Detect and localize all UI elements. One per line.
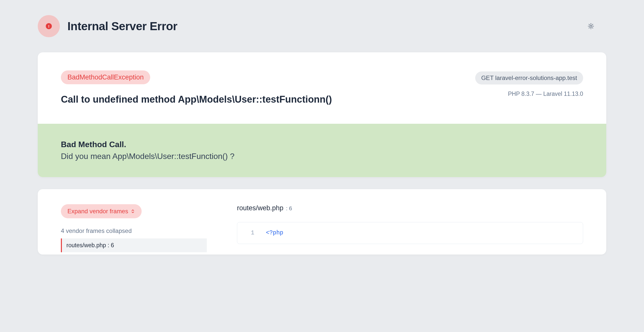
page-header: ! Internal Server Error (28, 15, 616, 52)
request-info: GET laravel-error-solutions-app.test PHP… (475, 70, 583, 97)
request-badge: GET laravel-error-solutions-app.test (475, 71, 583, 85)
exception-details: BadMethodCallException Call to undefined… (61, 70, 460, 106)
svg-line-7 (589, 28, 589, 28)
version-info: PHP 8.3.7 — Laravel 11.13.0 (475, 91, 583, 97)
code-line: 1 <?php (237, 227, 583, 239)
file-path: routes/web.php (237, 204, 284, 212)
theme-toggle-button[interactable] (586, 21, 596, 31)
file-header: routes/web.php : 6 (237, 204, 583, 212)
code-block: 1 <?php (237, 222, 583, 244)
file-line: : 6 (286, 205, 292, 212)
svg-line-4 (592, 28, 593, 28)
collapsed-frames-label: 4 vendor frames collapsed (61, 227, 207, 234)
code-viewer: routes/web.php : 6 1 <?php (237, 204, 583, 255)
exception-message: Call to undefined method App\Models\User… (61, 93, 460, 106)
expand-button-label: Expand vendor frames (67, 208, 128, 215)
code-text: <?php (266, 228, 283, 238)
exclamation-icon: ! (46, 23, 52, 29)
suggestion-text: Did you mean App\Models\User::testFuncti… (61, 152, 583, 161)
svg-line-3 (589, 24, 589, 25)
exception-name-badge: BadMethodCallException (61, 70, 150, 84)
line-number: 1 (244, 228, 254, 238)
svg-point-0 (590, 25, 592, 27)
error-icon: ! (38, 15, 60, 37)
header-left: ! Internal Server Error (38, 15, 177, 37)
stack-frames-list: Expand vendor frames 4 vendor frames col… (61, 204, 207, 255)
exception-summary: BadMethodCallException Call to undefined… (38, 52, 606, 124)
page-title: Internal Server Error (67, 19, 177, 33)
stack-frame-active[interactable]: routes/web.php : 6 (61, 238, 207, 252)
suggestion-title: Bad Method Call. (61, 140, 583, 149)
chevron-up-down-icon (131, 209, 135, 214)
suggestion-panel: Bad Method Call. Did you mean App\Models… (38, 124, 606, 177)
svg-line-8 (592, 24, 593, 25)
expand-vendor-frames-button[interactable]: Expand vendor frames (61, 204, 142, 218)
sun-icon (588, 23, 594, 29)
exception-card: BadMethodCallException Call to undefined… (38, 52, 606, 177)
stack-trace-card: Expand vendor frames 4 vendor frames col… (38, 189, 606, 255)
